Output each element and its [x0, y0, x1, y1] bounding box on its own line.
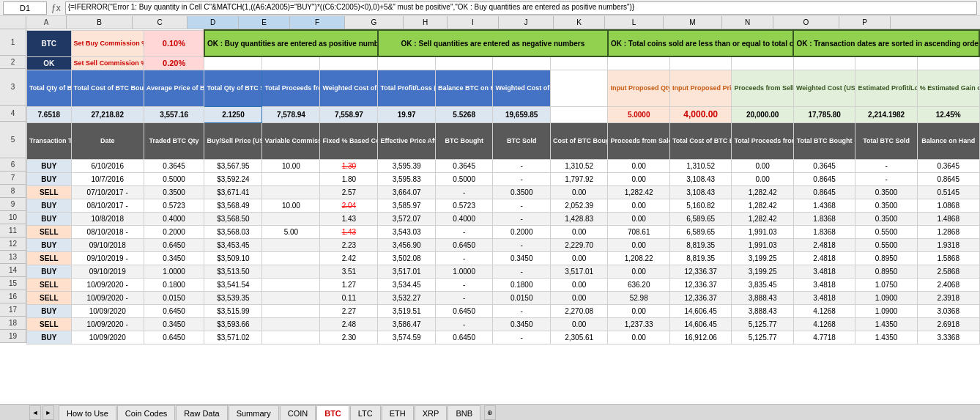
cell-C2: 0.20%	[144, 56, 204, 70]
tab-summary[interactable]: Summary	[229, 405, 279, 420]
cell-K4: 5.0000	[608, 106, 669, 122]
tab-raw-data[interactable]: Raw Data	[176, 405, 227, 420]
cell-N19: 4.7718	[793, 331, 855, 344]
cell-I2	[493, 56, 551, 70]
cell-C10: 0.4000	[144, 212, 204, 225]
tab-add[interactable]: ⊕	[484, 405, 496, 420]
cell-N17: 4.1268	[793, 304, 855, 317]
cell-P13: 1.5868	[917, 251, 979, 265]
cell-J18: 0.00	[550, 317, 608, 331]
tab-coin[interactable]: COIN	[280, 405, 316, 420]
cell-C13: 0.3450	[144, 251, 204, 265]
cell-M10: 1,282.42	[732, 212, 794, 225]
cell-M19: 5,125.77	[732, 331, 794, 344]
cell-C15: 0.1800	[144, 278, 204, 291]
cell-I17: -	[493, 304, 551, 317]
cell-L9: 5,160.82	[669, 199, 731, 212]
cell-A15: SELL	[27, 278, 72, 291]
cell-E4: 7,578.94	[262, 106, 320, 122]
tab-btc[interactable]: BTC	[316, 405, 349, 420]
cell-reference[interactable]: D1	[3, 1, 47, 15]
cell-G2	[378, 56, 436, 70]
cell-I6: -	[493, 159, 551, 172]
tab-ltc[interactable]: LTC	[350, 405, 381, 420]
cell-F15: 1.27	[320, 278, 378, 291]
cell-K15: 636.20	[608, 278, 669, 291]
cell-I4: 19,659.85	[493, 106, 551, 122]
cell-L14: 12,336.37	[669, 265, 731, 278]
cell-G9: 3,585.97	[378, 199, 436, 212]
cell-D15: $3,541.54	[204, 278, 262, 291]
col-header-G: G	[345, 16, 404, 29]
tab-bnb[interactable]: BNB	[448, 405, 480, 420]
cell-C6: 0.3645	[144, 159, 204, 172]
cell-I11: 0.2000	[493, 225, 551, 238]
cell-G19: 3,574.59	[378, 331, 436, 344]
cell-G16: 3,532.27	[378, 291, 436, 304]
cell-F6: 1.30	[320, 159, 378, 172]
tab-scroll-left[interactable]: ◄	[29, 405, 41, 420]
cell-H18: -	[435, 317, 493, 331]
cell-P8: 0.5145	[917, 185, 979, 199]
cell-H7: 0.5000	[435, 172, 493, 185]
col-header-A: A	[26, 16, 67, 29]
cell-N15: 3.4818	[793, 278, 855, 291]
cell-D19: $3,571.02	[204, 331, 262, 344]
cell-F19: 2.30	[320, 331, 378, 344]
cell-C8: 0.3500	[144, 185, 204, 199]
cell-O6: -	[855, 159, 917, 172]
cell-O8: 0.3500	[855, 185, 917, 199]
cell-B9: 08/10/2017 -	[71, 199, 144, 212]
cell-F8: 2.57	[320, 185, 378, 199]
table-row: SELL 08/10/2018 - 0.2000 $3,568.03 5.00 …	[27, 225, 980, 238]
col-header-J: J	[499, 16, 554, 29]
cell-E19	[262, 331, 320, 344]
tab-how-to-use[interactable]: How to Use	[59, 405, 116, 420]
col-header-C: C	[133, 16, 188, 29]
table-row: BUY 10/7/2016 0.5000 $3,592.24 1.80 3,59…	[27, 172, 980, 185]
table-row: BUY 10/09/2020 0.6450 $3,571.02 2.30 3,5…	[27, 331, 980, 344]
cell-D3: Total Qty of BTC Sold	[204, 70, 262, 106]
function-icon: ƒx	[50, 3, 62, 13]
cell-K10: 0.00	[608, 212, 669, 225]
tab-scroll-right[interactable]: ►	[42, 405, 54, 420]
cell-A1: BTC	[27, 30, 72, 56]
cell-A2: OK	[27, 56, 72, 70]
cell-I13: 0.3450	[493, 251, 551, 265]
cell-O9: 0.3500	[855, 199, 917, 212]
cell-K16: 52.98	[608, 291, 669, 304]
cell-A6: BUY	[27, 159, 72, 172]
cell-N5: Total BTC Bought	[793, 122, 855, 159]
cell-E16	[262, 291, 320, 304]
cell-E2	[262, 56, 320, 70]
cell-O11: 0.5500	[855, 225, 917, 238]
cell-L18: 14,606.45	[669, 317, 731, 331]
tab-coin-codes[interactable]: Coin Codes	[117, 405, 175, 420]
cell-N18: 4.1268	[793, 317, 855, 331]
cell-M8: 1,282.42	[732, 185, 794, 199]
row-num-2: 2	[0, 56, 26, 69]
cell-O13: 0.8950	[855, 251, 917, 265]
cell-B15: 10/09/2020 -	[71, 278, 144, 291]
cell-C4: 3,557.16	[144, 106, 204, 122]
table-row: BUY 09/10/2018 0.6450 $3,453.45 2.23 3,4…	[27, 238, 980, 251]
cell-L4: 4,000.00	[669, 106, 731, 122]
cell-K13: 1,208.22	[608, 251, 669, 265]
cell-N10: 1.8368	[793, 212, 855, 225]
cell-D5: Buy/Sell Price (USD)	[204, 122, 262, 159]
cell-L16: 12,336.37	[669, 291, 731, 304]
col-header-O: O	[773, 16, 839, 29]
cell-F16: 0.11	[320, 291, 378, 304]
cell-D17: $3,515.99	[204, 304, 262, 317]
cell-P2	[917, 56, 979, 70]
cell-P3: % Estimated Gain or Loss	[917, 70, 979, 106]
cell-L2	[669, 56, 731, 70]
cell-J3	[550, 70, 608, 106]
cell-C9: 0.5723	[144, 199, 204, 212]
table-row: SELL 10/09/2020 - 0.3450 $3,593.66 2.48 …	[27, 317, 980, 331]
cell-M6: 0.00	[732, 159, 794, 172]
tab-xrp[interactable]: XRP	[415, 405, 448, 420]
cell-C14: 1.0000	[144, 265, 204, 278]
row-num-16: 16	[0, 290, 26, 303]
tab-eth[interactable]: ETH	[382, 405, 414, 420]
